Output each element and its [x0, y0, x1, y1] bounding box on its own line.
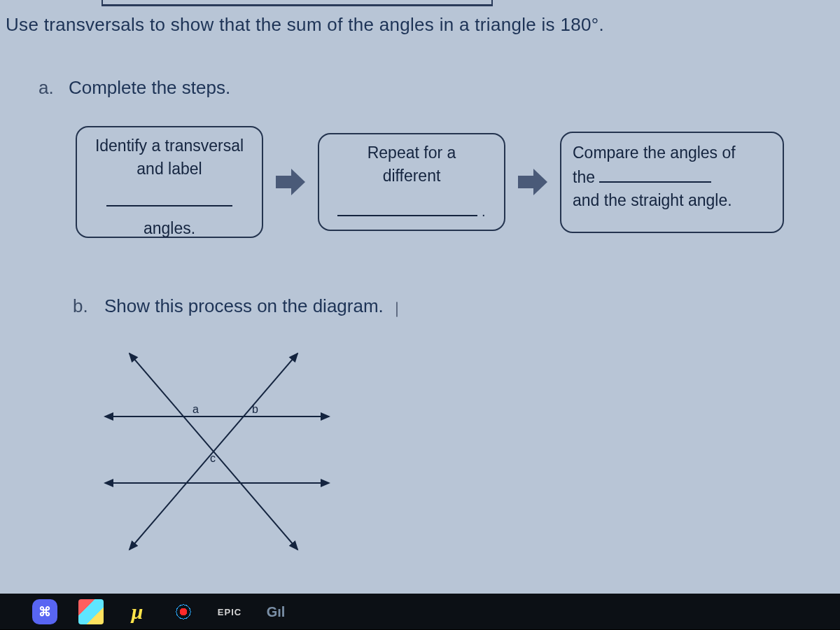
diagram-svg: a b c [94, 343, 346, 560]
taskbar-app-mu-icon[interactable]: µ [125, 599, 150, 624]
part-b-letter: b. [73, 295, 88, 316]
diagram-label-c: c [210, 452, 216, 464]
step1-line2: and label [87, 158, 252, 181]
taskbar-app-disc-icon[interactable] [171, 599, 196, 624]
gil-label: Gıl [267, 604, 286, 620]
step2-blank-line[interactable]: . [329, 198, 494, 223]
epic-label: EPIC [218, 607, 241, 617]
mu-glyph: µ [131, 600, 143, 624]
arrow-icon [276, 169, 305, 195]
step3-line3: and the straight angle. [573, 189, 771, 212]
arrow-icon [518, 169, 547, 195]
taskbar-app-gil-icon[interactable]: Gıl [263, 599, 288, 624]
worksheet-page: Use transversals to show that the sum of… [0, 0, 840, 630]
step3-line2: the [573, 164, 771, 189]
os-taskbar[interactable]: ⌘ µ EPIC Gıl [0, 594, 840, 630]
spacer [87, 181, 252, 188]
taskbar-app-snip-icon[interactable] [78, 599, 104, 624]
header-rule-fragment [102, 0, 493, 6]
step1-line1: Identify a transversal [87, 134, 252, 158]
part-b-prompt: b. Show this process on the diagram. ︳ [73, 294, 407, 318]
step-box-1: Identify a transversal and label angles. [76, 126, 263, 238]
part-b-text: Show this process on the diagram. [104, 295, 384, 316]
diagram-label-b: b [252, 403, 258, 415]
step-box-2: Repeat for a different . [318, 133, 505, 231]
step3-the: the [573, 168, 595, 186]
step3-blank[interactable] [599, 164, 711, 183]
disc-glyph [172, 600, 195, 624]
part-a-letter: a. [38, 77, 54, 98]
spacer [329, 188, 494, 198]
step2-line2: different [329, 164, 494, 188]
taskbar-app-epic-icon[interactable]: EPIC [217, 599, 242, 624]
part-a-prompt: a. Complete the steps. [38, 77, 230, 99]
diagram-label-a: a [192, 403, 199, 415]
question-intro: Use transversals to show that the sum of… [6, 14, 604, 36]
taskbar-app-discord-icon[interactable]: ⌘ [32, 599, 57, 624]
transversal-diagram[interactable]: a b c [94, 343, 346, 560]
discord-glyph: ⌘ [38, 604, 51, 620]
text-cursor-icon: ︳ [388, 297, 407, 321]
step1-blank-line[interactable] [87, 188, 252, 213]
step-box-3: Compare the angles of the and the straig… [560, 132, 784, 233]
part-a-text: Complete the steps. [69, 77, 230, 98]
step1-line3: angles. [87, 217, 252, 240]
steps-row: Identify a transversal and label angles.… [76, 126, 784, 238]
step2-line1: Repeat for a [329, 141, 494, 164]
step3-line1: Compare the angles of [573, 141, 771, 164]
